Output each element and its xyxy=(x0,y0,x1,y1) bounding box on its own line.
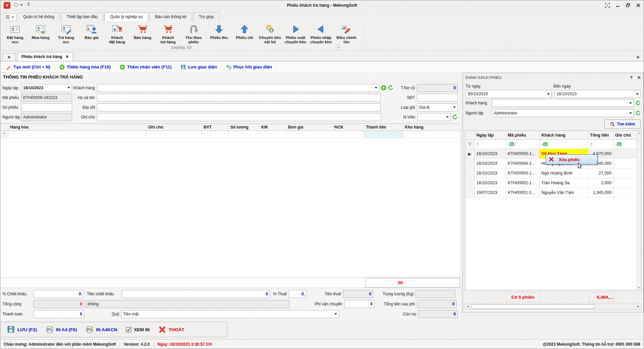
pct-chiet-khau-field[interactable]: 0. xyxy=(33,290,84,298)
menu-tab[interactable]: Quản trị hệ thống xyxy=(17,12,60,21)
panel-grid-column-header[interactable]: Ghi chú xyxy=(613,131,637,140)
minimize-icon[interactable] xyxy=(616,3,620,7)
footer-button-in[interactable]: ?IN A4KCN xyxy=(83,326,120,334)
action-link[interactable]: Phục hồi giao diện xyxy=(222,63,277,71)
cell-ma-phieu[interactable]: KTH00002-1... xyxy=(506,178,540,188)
ribbon-collapse-icon[interactable] xyxy=(336,45,341,50)
ho-va-ten-field[interactable] xyxy=(97,94,381,102)
footer-button-in[interactable]: ?IN A4 (F6) xyxy=(43,326,80,334)
items-grid-column-header[interactable]: KM xyxy=(260,124,286,131)
chevron-down-icon[interactable] xyxy=(375,87,377,89)
phi-van-chuyen-field[interactable]: 0 xyxy=(344,300,375,308)
sdt-field[interactable] xyxy=(417,94,458,102)
close-all-tabs-button[interactable]: ✕ xyxy=(2,53,16,61)
ribbon-item[interactable]: Phiếu nhậpchuyển kho xyxy=(308,23,334,44)
n-vien-combo[interactable] xyxy=(417,113,451,121)
toolbar-pin-icon[interactable] xyxy=(26,2,31,8)
action-link[interactable]: Tạo mới (Ctrl + N) xyxy=(2,63,55,71)
close-panel-icon[interactable] xyxy=(637,76,641,80)
ribbon-item[interactable]: €$Chuyển tiềnnội bộ xyxy=(257,23,283,44)
scroll-thumb[interactable] xyxy=(471,304,594,309)
panel-grid-row[interactable]: 19/07/2023KTH00001-1...Nguyễn Văn Tám1,3… xyxy=(465,188,637,198)
dia-chi-field[interactable] xyxy=(97,103,381,111)
chevron-down-icon[interactable] xyxy=(636,93,639,95)
new-row-cell[interactable] xyxy=(202,131,229,138)
menu-tab[interactable]: Báo cáo thống kê xyxy=(149,12,192,21)
cell-ghi-chu[interactable] xyxy=(613,168,637,178)
items-grid-column-header[interactable]: Kho hàng xyxy=(403,124,460,131)
ribbon-item[interactable]: Đặt hàngncc xyxy=(2,23,28,44)
thanh-toan-field[interactable]: 0 xyxy=(33,310,84,318)
restore-icon[interactable] xyxy=(626,3,630,7)
fullscreen-icon[interactable] xyxy=(605,3,610,8)
quick-access-caret-icon[interactable] xyxy=(20,4,23,6)
ribbon-item[interactable]: Phiếu thu xyxy=(206,23,232,44)
ngay-lap-field[interactable]: 16/10/2023 xyxy=(21,84,72,92)
refresh-staff-icon[interactable] xyxy=(452,114,458,120)
panel-filter-cell[interactable]: = xyxy=(588,140,613,149)
menu-launcher-button[interactable] xyxy=(3,13,16,21)
menu-tab[interactable]: Thiết lập ban đầu xyxy=(61,12,104,21)
refresh-panel-user-icon[interactable] xyxy=(635,110,641,116)
panel-khach-hang-combo[interactable] xyxy=(492,99,634,107)
cell-ma-phieu[interactable]: KTH00005-1... xyxy=(506,149,540,159)
new-row-cell[interactable] xyxy=(364,131,403,138)
close-window-icon[interactable] xyxy=(636,3,640,7)
scroll-left-icon[interactable]: ◄ xyxy=(465,305,471,308)
pin-icon[interactable] xyxy=(630,76,633,80)
doc-tab-close-icon[interactable]: ✕ xyxy=(65,54,69,59)
khach-hang-combo[interactable] xyxy=(97,84,379,92)
footer-button-thoát[interactable]: THOÁT xyxy=(156,326,187,334)
footer-button-xem[interactable]: XEM IN xyxy=(123,327,152,333)
new-row-cell[interactable] xyxy=(286,131,332,138)
pct-thue-field[interactable]: 0. xyxy=(289,290,307,298)
chevron-down-icon[interactable] xyxy=(67,87,70,89)
panel-grid-column-header[interactable]: Khách hàng xyxy=(540,131,588,140)
refresh-panel-customer-icon[interactable] xyxy=(635,100,641,106)
panel-grid-row[interactable]: 16/10/2023KTH00003-1...Ngô Hoàng Bình27,… xyxy=(465,168,637,178)
close-document-icon[interactable]: ✕ xyxy=(635,55,641,61)
ribbon-item[interactable]: Bán hàng xyxy=(130,23,155,44)
action-link[interactable]: Thêm nhân viên (F11) xyxy=(115,63,176,71)
items-grid-body[interactable] xyxy=(0,138,460,278)
ribbon-item[interactable]: Kháchđặt hàng xyxy=(104,23,130,44)
new-row-cell[interactable] xyxy=(403,131,460,138)
ribbon-item[interactable]: Trả hàngncc xyxy=(53,23,79,44)
delete-receipt-menu-item[interactable]: Xóa phiếu xyxy=(546,157,597,162)
doc-tab-phieu-khach-tra-hang[interactable]: Phiếu khách trả hàng ✕ xyxy=(17,52,73,61)
add-customer-icon[interactable] xyxy=(381,85,386,91)
cell-ma-phieu[interactable]: KTH00001-1... xyxy=(506,188,540,198)
so-phieu-field[interactable] xyxy=(21,103,72,111)
cell-ghi-chu[interactable] xyxy=(613,188,637,198)
ghi-chu-field[interactable] xyxy=(97,113,381,121)
new-row-cell[interactable] xyxy=(229,131,260,138)
panel-filter-cell[interactable]: aBc xyxy=(613,140,637,149)
chevron-down-icon[interactable] xyxy=(334,313,337,315)
items-grid-column-header[interactable]: Số lượng xyxy=(229,124,260,131)
tien-chiet-khau-field[interactable]: 0 xyxy=(122,290,270,298)
cell-ngay-lap[interactable]: 16/10/2023 xyxy=(475,168,506,178)
ribbon-item[interactable]: Thu theophiếu xyxy=(181,23,206,44)
cell-ngay-lap[interactable]: 19/07/2023 xyxy=(475,188,506,198)
footer-button-lưu[interactable]: LƯU (F2) xyxy=(4,326,40,334)
action-link[interactable]: Lưu giao diện xyxy=(176,63,222,71)
cell-ngay-lap[interactable]: 16/10/2023 xyxy=(475,149,506,159)
cell-ngay-lap[interactable]: 16/10/2023 xyxy=(475,159,506,168)
cell-ngay-lap[interactable]: 16/10/2023 xyxy=(475,178,506,188)
items-grid-column-header[interactable]: Thành tiền xyxy=(364,124,403,131)
cell-tong-tien[interactable]: 2,000 xyxy=(588,178,613,188)
cell-tong-tien[interactable]: 1,345,000 xyxy=(588,188,613,198)
ribbon-item[interactable]: Mua hàng xyxy=(28,23,53,44)
ribbon-item[interactable]: Phiếu xuấtchuyển kho xyxy=(283,23,308,44)
cell-khach-hang[interactable]: Ngô Hoàng Bình xyxy=(540,168,588,178)
panel-grid-column-header[interactable]: Ngày lập xyxy=(475,131,506,140)
panel-hscrollbar[interactable]: ◄ ► xyxy=(465,304,641,309)
chevron-down-icon[interactable] xyxy=(629,112,632,114)
items-grid-column-header[interactable]: Ghi chú xyxy=(147,124,202,131)
items-grid-column-header[interactable]: Đơn giá xyxy=(286,124,332,131)
panel-filter-cell[interactable]: aBc xyxy=(540,140,588,149)
search-button[interactable]: Tìm kiếm xyxy=(604,119,641,129)
panel-filter-cell[interactable]: aBc xyxy=(506,140,540,149)
action-link[interactable]: Thêm hàng hóa (F10) xyxy=(55,63,115,71)
cell-khach-hang[interactable]: Nguyễn Văn Tám xyxy=(540,188,588,198)
